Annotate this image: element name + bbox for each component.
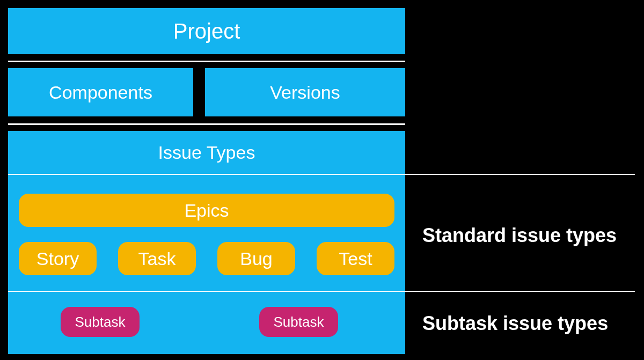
issue-types-label: Issue Types <box>158 142 255 163</box>
subtask-issue-types-label: Subtask issue types <box>422 312 608 335</box>
standard-issue-types-label: Standard issue types <box>422 224 617 247</box>
task-label: Task <box>138 248 176 269</box>
subtask-pill-1: Subtask <box>61 307 140 337</box>
components-box: Components <box>8 68 193 116</box>
epics-pill: Epics <box>19 194 394 227</box>
issue-types-body: Epics Story Task Bug Test Subtask Subtas… <box>8 174 405 354</box>
subtask-label-2: Subtask <box>274 314 324 330</box>
project-label: Project <box>173 19 240 43</box>
subtask-label-1: Subtask <box>75 314 126 330</box>
story-pill: Story <box>19 242 97 275</box>
divider-1 <box>8 61 405 62</box>
versions-box: Versions <box>205 68 405 116</box>
story-label: Story <box>36 248 79 269</box>
subtask-pill-2: Subtask <box>259 307 338 337</box>
versions-label: Versions <box>270 82 340 103</box>
divider-4 <box>8 291 635 292</box>
bug-label: Bug <box>240 248 273 269</box>
project-box: Project <box>8 8 405 54</box>
task-pill: Task <box>118 242 196 275</box>
issue-types-header: Issue Types <box>8 131 405 174</box>
divider-2 <box>8 123 405 125</box>
bug-pill: Bug <box>217 242 295 275</box>
test-label: Test <box>339 248 372 269</box>
diagram-canvas: Project Components Versions Issue Types … <box>0 0 644 360</box>
components-label: Components <box>49 82 152 103</box>
divider-3 <box>8 174 635 175</box>
test-pill: Test <box>317 242 394 275</box>
epics-label: Epics <box>184 200 229 221</box>
